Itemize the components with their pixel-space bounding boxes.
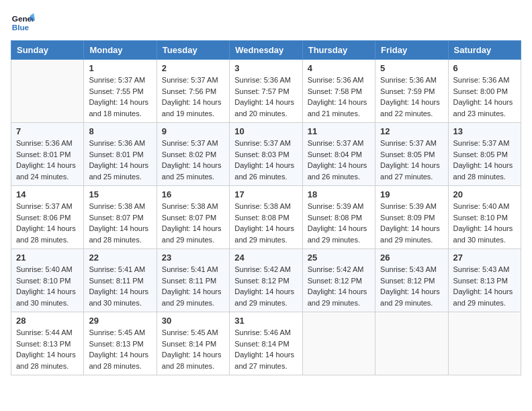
day-number: 21 (16, 253, 79, 263)
day-number: 23 (162, 253, 224, 263)
day-number: 14 (16, 189, 79, 199)
calendar-cell (11, 60, 84, 123)
day-info: Sunrise: 5:36 AMSunset: 8:00 PMDaylight:… (453, 75, 516, 119)
calendar-cell: 15Sunrise: 5:38 AMSunset: 8:07 PMDayligh… (84, 186, 157, 249)
calendar-cell: 24Sunrise: 5:42 AMSunset: 8:12 PMDayligh… (230, 249, 302, 312)
day-info: Sunrise: 5:45 AMSunset: 8:14 PMDaylight:… (162, 327, 224, 371)
day-info: Sunrise: 5:39 AMSunset: 8:09 PMDaylight:… (380, 201, 443, 245)
calendar-cell: 16Sunrise: 5:38 AMSunset: 8:07 PMDayligh… (157, 186, 229, 249)
calendar-cell: 20Sunrise: 5:40 AMSunset: 8:10 PMDayligh… (448, 186, 521, 249)
calendar-cell: 3Sunrise: 5:36 AMSunset: 7:57 PMDaylight… (230, 60, 302, 123)
calendar-cell: 17Sunrise: 5:38 AMSunset: 8:08 PMDayligh… (230, 186, 302, 249)
day-info: Sunrise: 5:40 AMSunset: 8:10 PMDaylight:… (16, 264, 79, 308)
day-info: Sunrise: 5:36 AMSunset: 7:58 PMDaylight:… (308, 75, 370, 119)
calendar-cell: 21Sunrise: 5:40 AMSunset: 8:10 PMDayligh… (11, 249, 84, 312)
day-info: Sunrise: 5:45 AMSunset: 8:13 PMDaylight:… (89, 327, 151, 371)
calendar-cell: 7Sunrise: 5:36 AMSunset: 8:01 PMDaylight… (11, 123, 84, 186)
calendar-cell: 28Sunrise: 5:44 AMSunset: 8:13 PMDayligh… (11, 312, 84, 375)
day-info: Sunrise: 5:36 AMSunset: 7:59 PMDaylight:… (380, 75, 443, 119)
day-info: Sunrise: 5:37 AMSunset: 8:05 PMDaylight:… (453, 138, 516, 182)
calendar-cell: 13Sunrise: 5:37 AMSunset: 8:05 PMDayligh… (448, 123, 521, 186)
logo: General Blue (11, 11, 35, 35)
calendar-cell: 22Sunrise: 5:41 AMSunset: 8:11 PMDayligh… (84, 249, 157, 312)
day-number: 19 (380, 189, 443, 199)
day-info: Sunrise: 5:36 AMSunset: 8:01 PMDaylight:… (16, 138, 79, 182)
day-info: Sunrise: 5:37 AMSunset: 8:02 PMDaylight:… (162, 138, 224, 182)
day-header-wednesday: Wednesday (230, 41, 302, 60)
day-info: Sunrise: 5:40 AMSunset: 8:10 PMDaylight:… (453, 201, 516, 245)
day-number: 22 (89, 253, 151, 263)
day-number: 29 (89, 316, 151, 326)
day-info: Sunrise: 5:43 AMSunset: 8:13 PMDaylight:… (453, 264, 516, 308)
calendar-cell: 4Sunrise: 5:36 AMSunset: 7:58 PMDaylight… (302, 60, 375, 123)
calendar-cell (375, 312, 448, 375)
calendar-cell: 30Sunrise: 5:45 AMSunset: 8:14 PMDayligh… (157, 312, 229, 375)
day-info: Sunrise: 5:44 AMSunset: 8:13 PMDaylight:… (16, 327, 79, 371)
calendar-week-5: 28Sunrise: 5:44 AMSunset: 8:13 PMDayligh… (11, 312, 521, 375)
calendar-cell: 5Sunrise: 5:36 AMSunset: 7:59 PMDaylight… (375, 60, 448, 123)
day-number: 7 (16, 126, 79, 136)
calendar-cell: 12Sunrise: 5:37 AMSunset: 8:05 PMDayligh… (375, 123, 448, 186)
day-info: Sunrise: 5:37 AMSunset: 8:04 PMDaylight:… (308, 138, 370, 182)
calendar-cell: 19Sunrise: 5:39 AMSunset: 8:09 PMDayligh… (375, 186, 448, 249)
calendar-cell: 10Sunrise: 5:37 AMSunset: 8:03 PMDayligh… (230, 123, 302, 186)
calendar-cell: 18Sunrise: 5:39 AMSunset: 8:08 PMDayligh… (302, 186, 375, 249)
day-info: Sunrise: 5:38 AMSunset: 8:07 PMDaylight:… (89, 201, 151, 245)
day-number: 11 (308, 126, 370, 136)
day-number: 30 (162, 316, 224, 326)
day-info: Sunrise: 5:46 AMSunset: 8:14 PMDaylight:… (234, 327, 297, 371)
calendar-cell: 31Sunrise: 5:46 AMSunset: 8:14 PMDayligh… (230, 312, 302, 375)
day-number: 17 (234, 189, 297, 199)
day-number: 5 (380, 63, 443, 73)
day-number: 12 (380, 126, 443, 136)
day-info: Sunrise: 5:37 AMSunset: 8:06 PMDaylight:… (16, 201, 79, 245)
calendar-cell: 6Sunrise: 5:36 AMSunset: 8:00 PMDaylight… (448, 60, 521, 123)
day-info: Sunrise: 5:38 AMSunset: 8:08 PMDaylight:… (234, 201, 297, 245)
calendar-cell: 8Sunrise: 5:36 AMSunset: 8:01 PMDaylight… (84, 123, 157, 186)
calendar-cell: 1Sunrise: 5:37 AMSunset: 7:55 PMDaylight… (84, 60, 157, 123)
day-number: 18 (308, 189, 370, 199)
day-header-friday: Friday (375, 41, 448, 60)
day-number: 25 (308, 253, 370, 263)
day-info: Sunrise: 5:37 AMSunset: 8:05 PMDaylight:… (380, 138, 443, 182)
day-info: Sunrise: 5:41 AMSunset: 8:11 PMDaylight:… (162, 264, 224, 308)
day-number: 1 (89, 63, 151, 73)
calendar-week-1: 1Sunrise: 5:37 AMSunset: 7:55 PMDaylight… (11, 60, 521, 123)
day-info: Sunrise: 5:37 AMSunset: 7:55 PMDaylight:… (89, 75, 151, 119)
day-number: 2 (162, 63, 224, 73)
day-number: 24 (234, 253, 297, 263)
day-number: 8 (89, 126, 151, 136)
calendar-cell: 9Sunrise: 5:37 AMSunset: 8:02 PMDaylight… (157, 123, 229, 186)
calendar-week-3: 14Sunrise: 5:37 AMSunset: 8:06 PMDayligh… (11, 186, 521, 249)
calendar-cell: 11Sunrise: 5:37 AMSunset: 8:04 PMDayligh… (302, 123, 375, 186)
day-header-monday: Monday (84, 41, 157, 60)
calendar-body: 1Sunrise: 5:37 AMSunset: 7:55 PMDaylight… (11, 60, 521, 375)
calendar-week-4: 21Sunrise: 5:40 AMSunset: 8:10 PMDayligh… (11, 249, 521, 312)
calendar-cell: 25Sunrise: 5:42 AMSunset: 8:12 PMDayligh… (302, 249, 375, 312)
day-info: Sunrise: 5:36 AMSunset: 7:57 PMDaylight:… (234, 75, 297, 119)
day-number: 31 (234, 316, 297, 326)
day-header-sunday: Sunday (11, 41, 84, 60)
day-number: 9 (162, 126, 224, 136)
day-header-thursday: Thursday (302, 41, 375, 60)
day-info: Sunrise: 5:42 AMSunset: 8:12 PMDaylight:… (234, 264, 297, 308)
calendar-cell: 29Sunrise: 5:45 AMSunset: 8:13 PMDayligh… (84, 312, 157, 375)
day-info: Sunrise: 5:41 AMSunset: 8:11 PMDaylight:… (89, 264, 151, 308)
calendar-cell: 26Sunrise: 5:43 AMSunset: 8:12 PMDayligh… (375, 249, 448, 312)
calendar-header-row: SundayMondayTuesdayWednesdayThursdayFrid… (11, 41, 521, 60)
day-number: 4 (308, 63, 370, 73)
day-number: 16 (162, 189, 224, 199)
day-header-tuesday: Tuesday (157, 41, 229, 60)
calendar-cell: 23Sunrise: 5:41 AMSunset: 8:11 PMDayligh… (157, 249, 229, 312)
calendar-cell: 2Sunrise: 5:37 AMSunset: 7:56 PMDaylight… (157, 60, 229, 123)
calendar-table: SundayMondayTuesdayWednesdayThursdayFrid… (11, 40, 521, 375)
calendar-cell: 14Sunrise: 5:37 AMSunset: 8:06 PMDayligh… (11, 186, 84, 249)
day-number: 6 (453, 63, 516, 73)
day-info: Sunrise: 5:37 AMSunset: 8:03 PMDaylight:… (234, 138, 297, 182)
calendar-cell: 27Sunrise: 5:43 AMSunset: 8:13 PMDayligh… (448, 249, 521, 312)
calendar-cell (448, 312, 521, 375)
day-number: 27 (453, 253, 516, 263)
day-info: Sunrise: 5:39 AMSunset: 8:08 PMDaylight:… (308, 201, 370, 245)
day-info: Sunrise: 5:38 AMSunset: 8:07 PMDaylight:… (162, 201, 224, 245)
day-header-saturday: Saturday (448, 41, 521, 60)
